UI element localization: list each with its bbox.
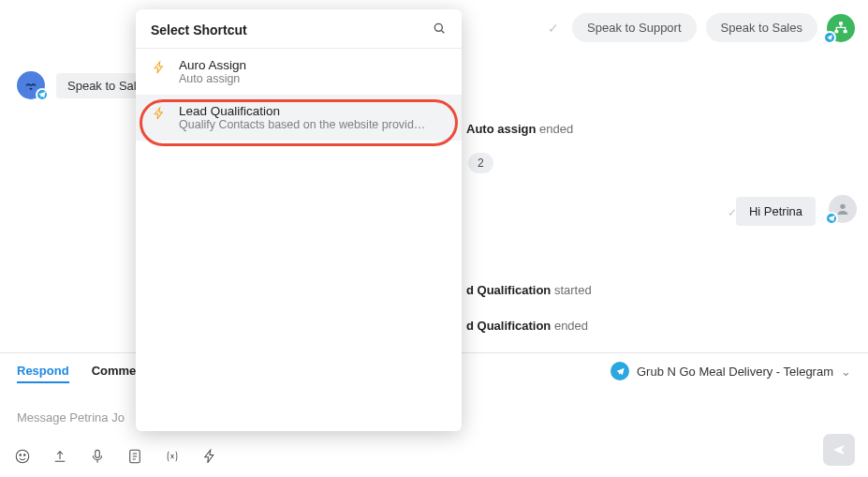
shortcut-title: Lead Qualification: [179, 104, 425, 118]
telegram-badge-icon: [823, 31, 836, 44]
person-icon: [835, 201, 850, 216]
chip-speak-to-support[interactable]: Speak to Support: [572, 13, 696, 42]
shortcut-bolt-icon[interactable]: [200, 447, 219, 466]
workflow-icon: [833, 21, 848, 36]
svg-point-4: [30, 88, 33, 90]
message-input[interactable]: Message Petrina Jo: [17, 410, 125, 425]
system-event-auto-assign: Auto assign ended: [466, 122, 573, 136]
unread-badge: 2: [468, 153, 493, 173]
svg-point-5: [840, 204, 845, 209]
snippet-icon[interactable]: [125, 447, 144, 466]
shortcut-subtitle: Qualify Contacts based on the website pr…: [179, 118, 425, 131]
svg-point-8: [24, 455, 26, 456]
shortcut-subtitle: Auto assign: [179, 72, 246, 85]
agent-avatar: [829, 195, 857, 223]
outgoing-message: Hi Petrina: [736, 197, 816, 226]
shortcut-title: Auro Assign: [179, 58, 246, 72]
contact-avatar[interactable]: [17, 71, 45, 99]
upload-icon[interactable]: [51, 447, 69, 466]
chevron-down-icon: ⌄: [841, 365, 851, 379]
svg-rect-1: [834, 30, 838, 33]
compose-toolbar: [13, 447, 219, 466]
svg-point-11: [434, 23, 442, 31]
telegram-icon: [611, 362, 629, 380]
system-event-lq-started: d Qualification started: [466, 283, 592, 297]
bolt-icon: [151, 59, 168, 76]
workflow-avatar[interactable]: [827, 14, 855, 42]
popover-title: Select Shortcut: [151, 22, 247, 37]
svg-rect-9: [96, 450, 100, 457]
svg-rect-2: [844, 30, 847, 33]
search-icon[interactable]: [432, 21, 447, 38]
svg-rect-0: [839, 22, 843, 24]
svg-point-6: [16, 450, 29, 463]
shortcut-item-auto-assign[interactable]: Auro Assign Auto assign: [136, 49, 462, 95]
bolt-icon: [151, 105, 168, 122]
emoji-icon[interactable]: [13, 447, 32, 466]
telegram-badge-icon: [36, 88, 49, 101]
system-event-lq-ended: d Qualification ended: [466, 319, 588, 333]
channel-selector[interactable]: Grub N Go Meal Delivery - Telegram ⌄: [611, 362, 851, 380]
microphone-icon[interactable]: [88, 447, 107, 466]
chip-speak-to-sales[interactable]: Speak to Sales: [706, 13, 817, 42]
send-button[interactable]: [823, 434, 855, 466]
shortcut-item-lead-qualification[interactable]: Lead Qualification Qualify Contacts base…: [136, 95, 462, 141]
channel-label: Grub N Go Meal Delivery - Telegram: [637, 365, 833, 379]
telegram-badge-icon: [825, 212, 838, 225]
svg-point-7: [20, 455, 22, 456]
shortcut-popover: Select Shortcut Auro Assign Auto assign …: [136, 9, 462, 431]
variable-icon[interactable]: [163, 447, 182, 466]
delivered-check-icon: ✓: [548, 21, 563, 36]
tab-respond[interactable]: Respond: [17, 364, 69, 383]
